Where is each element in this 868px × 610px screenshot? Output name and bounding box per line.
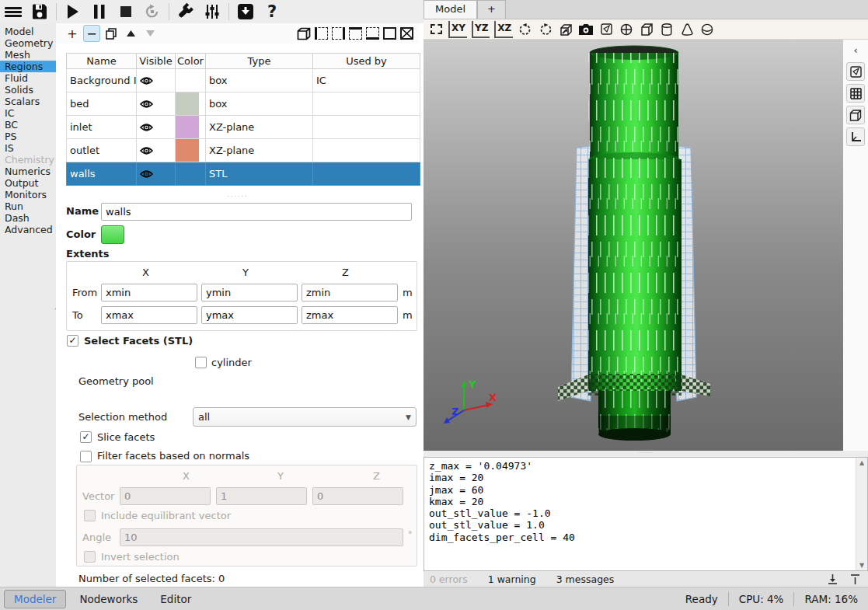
region-row-inlet[interactable]: inletXZ-plane — [67, 116, 420, 139]
region-row-bed[interactable]: bedbox — [67, 92, 420, 116]
reset-icon[interactable] — [139, 1, 166, 23]
region-usedby-cell[interactable] — [313, 162, 420, 186]
region-type-cell[interactable]: box — [206, 69, 313, 92]
to-x-input[interactable] — [101, 306, 197, 324]
view-yz-icon[interactable]: YZ — [472, 21, 490, 38]
col-header-name[interactable]: Name — [67, 54, 137, 69]
new-box-icon[interactable] — [297, 27, 311, 40]
remove-region-icon[interactable]: − — [83, 25, 100, 42]
region-usedby-cell[interactable] — [313, 139, 420, 162]
filter-facets-checkbox[interactable] — [80, 451, 92, 462]
tab-add[interactable]: + — [477, 0, 506, 19]
download-icon[interactable] — [232, 1, 259, 23]
region-type-cell[interactable]: box — [206, 92, 313, 116]
reset-view-icon[interactable] — [428, 21, 444, 38]
run-icon[interactable] — [60, 1, 86, 23]
vector-z-input[interactable] — [312, 487, 403, 505]
new-xz-plane-icon[interactable] — [366, 27, 379, 40]
region-color-cell[interactable] — [176, 69, 206, 92]
region-type-cell[interactable]: XZ-plane — [206, 139, 313, 162]
warnings-count[interactable]: 1 warning — [488, 573, 536, 585]
menu-icon[interactable] — [0, 1, 26, 23]
errors-count[interactable]: 0 errors — [430, 573, 468, 585]
mode-editor-button[interactable]: Editor — [151, 591, 200, 608]
collapse-panel-icon[interactable]: ‹ — [853, 44, 857, 56]
add-region-icon[interactable]: + — [64, 25, 81, 42]
sidebar-item-ic[interactable]: IC — [0, 107, 56, 119]
mode-nodeworks-button[interactable]: Nodeworks — [70, 591, 147, 608]
new-xz-plane-top-icon[interactable] — [349, 27, 362, 40]
visibility-eye-icon[interactable] — [137, 116, 176, 139]
sidebar-item-monitors[interactable]: Monitors — [0, 189, 56, 200]
view-xy-icon[interactable]: XY — [448, 21, 467, 38]
region-color-cell[interactable] — [176, 139, 206, 162]
from-z-input[interactable] — [302, 284, 398, 302]
shape-sphere-icon[interactable] — [699, 21, 715, 38]
console-output[interactable]: z_max = '0.04973' imax = 20 jmax = 60 km… — [424, 457, 868, 571]
camera-icon[interactable] — [578, 21, 594, 38]
sidebar-item-regions[interactable]: Regions — [0, 61, 56, 72]
region-usedby-cell[interactable] — [313, 92, 420, 116]
tab-model[interactable]: Model — [424, 0, 477, 19]
vector-y-input[interactable] — [216, 487, 307, 505]
slice-facets-checkbox[interactable]: ✓ — [80, 431, 92, 443]
scroll-down-icon[interactable]: ▼ — [859, 562, 864, 569]
cylinder-checkbox[interactable] — [195, 357, 207, 368]
sidebar-item-numerics[interactable]: Numerics — [0, 166, 56, 177]
shape-cylinder-icon[interactable] — [659, 21, 675, 38]
from-y-input[interactable] — [201, 284, 298, 302]
visibility-eye-icon[interactable] — [137, 69, 176, 92]
region-row-walls[interactable]: wallsSTL — [67, 162, 420, 186]
region-name-input[interactable] — [101, 203, 412, 221]
orientation-axes-icon[interactable] — [619, 21, 634, 38]
toggle-mesh-icon[interactable] — [846, 84, 865, 103]
color-swatch[interactable] — [176, 116, 199, 138]
vtk-viewport[interactable]: Y X Z — [424, 40, 843, 451]
col-header-usedby[interactable]: Used by — [313, 54, 420, 69]
region-color-cell[interactable] — [176, 92, 206, 116]
sidebar-item-run[interactable]: Run — [0, 200, 56, 212]
region-color-cell[interactable] — [176, 116, 206, 139]
select-facets-checkbox[interactable]: ✓ — [67, 335, 78, 347]
shape-box-icon[interactable] — [639, 21, 654, 38]
region-row-background-ic[interactable]: Background ICboxIC — [67, 69, 420, 92]
sidebar-item-ps[interactable]: PS — [0, 131, 56, 142]
region-name-cell[interactable]: bed — [67, 92, 137, 116]
to-z-input[interactable] — [302, 306, 398, 324]
scroll-up-icon[interactable]: ▲ — [859, 459, 864, 466]
region-usedby-cell[interactable]: IC — [313, 69, 420, 92]
stop-icon[interactable] — [113, 1, 139, 23]
toggle-axes-icon[interactable] — [846, 127, 865, 146]
color-swatch[interactable] — [176, 139, 199, 162]
col-header-type[interactable]: Type — [206, 54, 313, 69]
sidebar-item-solids[interactable]: Solids — [0, 84, 56, 96]
move-up-icon[interactable] — [122, 25, 139, 42]
color-swatch[interactable] — [176, 92, 199, 115]
sidebar-item-scalars[interactable]: Scalars — [0, 96, 56, 107]
region-type-cell[interactable]: XZ-plane — [206, 116, 313, 139]
sidebar-item-mesh[interactable]: Mesh — [0, 49, 56, 61]
region-name-cell[interactable]: walls — [67, 162, 137, 186]
rotate-left-icon[interactable] — [518, 21, 533, 38]
console-splitter[interactable]: ······ — [424, 451, 868, 457]
region-name-cell[interactable]: Background IC — [67, 69, 137, 92]
build-wrench-icon[interactable] — [173, 1, 199, 23]
pause-icon[interactable] — [86, 1, 113, 23]
sidebar-item-output[interactable]: Output — [0, 177, 56, 189]
region-color-cell[interactable] — [176, 162, 206, 186]
help-icon[interactable]: ? — [259, 1, 285, 23]
visibility-eye-icon[interactable] — [137, 92, 176, 116]
new-stl-icon[interactable] — [400, 27, 413, 40]
new-xy-plane-icon[interactable] — [332, 27, 345, 40]
save-icon[interactable] — [26, 1, 53, 23]
duplicate-region-icon[interactable] — [103, 25, 120, 42]
messages-count[interactable]: 3 messages — [556, 573, 615, 585]
perspective-icon[interactable] — [558, 21, 573, 38]
scroll-to-bottom-icon[interactable] — [828, 574, 838, 584]
shape-cone-icon[interactable] — [679, 21, 695, 38]
console-scrollbar[interactable]: ▲ ▼ — [856, 458, 867, 570]
sidebar-item-bc[interactable]: BC — [0, 119, 56, 131]
vector-x-input[interactable] — [120, 487, 211, 505]
region-type-cell[interactable]: STL — [206, 162, 313, 186]
region-usedby-cell[interactable] — [313, 116, 420, 139]
